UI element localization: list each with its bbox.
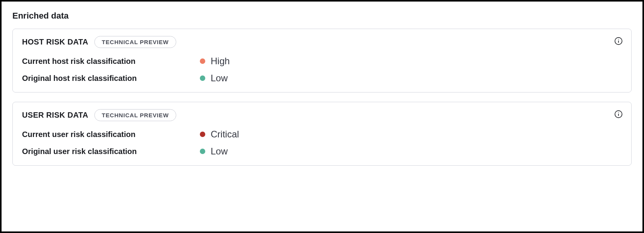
row-value: High [200, 56, 230, 67]
row-value: Critical [200, 129, 239, 140]
user-risk-panel: USER RISK DATA TECHNICAL PREVIEW Current… [12, 102, 632, 166]
row-value: Low [200, 146, 228, 157]
value-text: Low [211, 73, 228, 84]
status-dot [200, 75, 205, 81]
technical-preview-badge: TECHNICAL PREVIEW [94, 109, 176, 121]
row-original-host-risk: Original host risk classification Low [22, 73, 622, 84]
row-label: Current host risk classification [22, 57, 200, 66]
value-text: High [211, 56, 230, 67]
value-text: Critical [211, 129, 239, 140]
panel-title: HOST RISK DATA [22, 38, 88, 46]
panel-header: USER RISK DATA TECHNICAL PREVIEW [22, 109, 622, 121]
host-risk-panel: HOST RISK DATA TECHNICAL PREVIEW Current… [12, 29, 632, 93]
row-current-host-risk: Current host risk classification High [22, 56, 622, 67]
row-label: Current user risk classification [22, 130, 200, 139]
status-dot [200, 58, 205, 64]
row-label: Original user risk classification [22, 147, 200, 156]
row-original-user-risk: Original user risk classification Low [22, 146, 622, 157]
row-value: Low [200, 73, 228, 84]
technical-preview-badge: TECHNICAL PREVIEW [94, 36, 176, 48]
panel-title: USER RISK DATA [22, 111, 88, 120]
info-icon[interactable] [614, 110, 623, 118]
row-current-user-risk: Current user risk classification Critica… [22, 129, 622, 140]
panel-header: HOST RISK DATA TECHNICAL PREVIEW [22, 36, 622, 48]
row-label: Original host risk classification [22, 74, 200, 83]
status-dot [200, 132, 205, 137]
svg-point-5 [618, 112, 619, 113]
svg-point-2 [618, 39, 619, 40]
section-title: Enriched data [12, 11, 632, 21]
info-icon[interactable] [614, 37, 623, 45]
value-text: Low [211, 146, 228, 157]
status-dot [200, 149, 205, 154]
